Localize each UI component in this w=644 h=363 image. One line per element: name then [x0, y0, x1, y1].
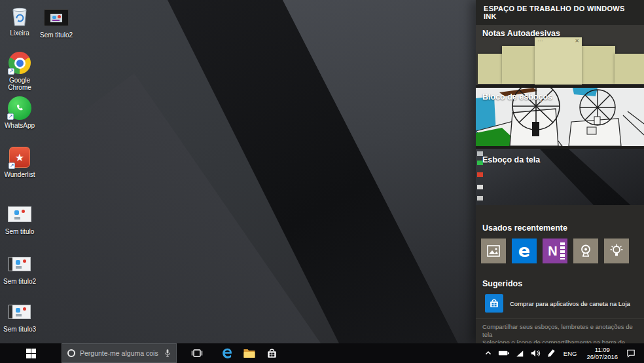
panel-title: ESPAÇO DE TRABALHO DO WINDOWS INK	[484, 5, 636, 20]
mini-desktop-icon	[477, 185, 483, 189]
media-file-icon	[44, 5, 69, 30]
date: 26/07/2016	[586, 353, 618, 360]
camera-app-tile[interactable]	[573, 239, 598, 263]
windows-ink-workspace-button[interactable]	[545, 343, 558, 363]
photos-icon	[486, 243, 501, 259]
shortcut-arrow-icon: ↗	[9, 162, 15, 169]
desktop-icon-recycle-bin[interactable]: Lixeira	[0, 3, 39, 37]
onenote-icon: N	[548, 244, 557, 259]
cortana-icon	[67, 349, 75, 357]
desktop-icon-label: Google Chrome	[0, 77, 39, 91]
windows-logo-icon	[26, 349, 36, 358]
microphone-icon[interactable]	[163, 348, 172, 358]
desktop-icon-google-chrome[interactable]: ↗ Google Chrome	[0, 50, 39, 91]
desktop-icon-label: Sem titulo3	[3, 326, 36, 333]
desktop-icon-label: WhatsApp	[5, 122, 35, 129]
recent-label: Usados recentemente	[482, 223, 567, 233]
edge-app-tile[interactable]: e	[512, 239, 537, 263]
screen-sketch-label: Esboço da tela	[482, 155, 540, 164]
edge-taskbar-button[interactable]	[216, 343, 238, 363]
network-status-button[interactable]	[513, 343, 526, 363]
onenote-app-tile[interactable]: N	[543, 239, 567, 263]
volume-button[interactable]	[529, 343, 542, 363]
battery-status-button[interactable]	[497, 343, 510, 363]
image-file-icon	[8, 202, 31, 227]
action-center-button[interactable]	[624, 343, 637, 363]
whatsapp-icon: ↗	[8, 96, 31, 121]
note-close-icon: ✕	[575, 38, 579, 44]
folder-icon	[243, 347, 256, 359]
wifi-signal-icon	[515, 349, 524, 358]
sticky-notes-label: Notas Autoadesivas	[482, 29, 560, 38]
sketchpad-label: Bloco de esboços	[482, 92, 552, 102]
file-explorer-button[interactable]	[238, 343, 260, 363]
desktop-icon-image-file-1[interactable]: Sem titulo	[0, 202, 39, 235]
edge-icon	[221, 347, 234, 360]
pen-icon	[546, 349, 556, 358]
task-view-icon	[190, 347, 204, 360]
suggestion-text: Comprar para aplicativos de caneta na Lo…	[510, 300, 630, 307]
system-tray: ENG 11:09 26/07/2016	[482, 343, 644, 363]
note-menu-icon: …	[537, 36, 544, 43]
desktop-icon-image-file-3[interactable]: Sem titulo3	[0, 299, 39, 333]
sticky-note	[502, 46, 535, 84]
desktop-icon-label: Sem titulo	[5, 228, 34, 235]
battery-icon	[498, 349, 510, 357]
desktop-icon-wunderlist[interactable]: ★ ↗ Wunderlist	[0, 145, 39, 178]
cortana-search-box[interactable]	[62, 343, 177, 363]
search-input[interactable]	[80, 349, 158, 357]
recent-apps-row: e N	[481, 239, 629, 263]
clock[interactable]: 11:09 26/07/2016	[582, 346, 622, 360]
sticky-note	[478, 54, 503, 84]
sticky-note	[615, 54, 644, 84]
camera-icon	[578, 243, 594, 259]
language-indicator[interactable]: ENG	[560, 350, 581, 357]
mini-desktop-icon	[477, 172, 483, 177]
chevron-up-icon	[484, 349, 492, 357]
desktop-icon-image-file-2[interactable]: Sem titulo2	[0, 252, 39, 285]
sticky-note	[581, 46, 615, 84]
sticky-note-active: … ✕	[535, 37, 582, 85]
taskbar: ENG 11:09 26/07/2016	[0, 343, 644, 363]
store-bag-icon	[488, 297, 500, 309]
start-button[interactable]	[0, 343, 62, 363]
desktop-icon-label: Wunderlist	[4, 171, 35, 178]
action-center-icon	[626, 348, 636, 358]
chrome-icon: ↗	[9, 50, 31, 75]
photos-app-tile[interactable]	[481, 239, 506, 263]
lightbulb-icon	[609, 243, 624, 259]
desktop-icon-label: Sem titulo2	[40, 31, 73, 39]
panel-header: ESPAÇO DE TRABALHO DO WINDOWS INK	[476, 0, 644, 25]
sketchpad-section[interactable]: Bloco de esboços	[476, 88, 644, 146]
desktop-icon-label: Sem titulo2	[3, 278, 36, 285]
wunderlist-icon: ★ ↗	[9, 145, 30, 170]
speaker-icon	[530, 349, 541, 358]
image-file-icon	[9, 252, 31, 277]
store-bag-icon	[266, 347, 278, 360]
shortcut-arrow-icon: ↗	[7, 113, 14, 120]
footer-line-1: Compartilhar seus esboços, lembretes e a…	[482, 323, 637, 339]
edge-icon: e	[518, 239, 530, 263]
recycle-bin-icon	[9, 3, 31, 28]
tips-app-tile[interactable]	[604, 239, 629, 263]
image-file-icon	[9, 299, 31, 324]
time: 11:09	[586, 346, 618, 353]
desktop-icon-media-file[interactable]: Sem titulo2	[37, 5, 76, 39]
mini-desktop-icon	[477, 196, 483, 201]
onenote-strip	[560, 242, 565, 259]
task-view-button[interactable]	[186, 343, 208, 363]
show-hidden-icons-button[interactable]	[482, 343, 495, 363]
sticky-notes-section[interactable]: Notas Autoadesivas … ✕	[476, 25, 644, 85]
windows-ink-workspace-panel: ESPAÇO DE TRABALHO DO WINDOWS INK Notas …	[476, 0, 644, 343]
store-suggestion-item[interactable]: Comprar para aplicativos de caneta na Lo…	[485, 294, 637, 313]
desktop-icon-label: Lixeira	[10, 29, 29, 37]
desktop-icon-whatsapp[interactable]: ↗ WhatsApp	[0, 96, 39, 129]
suggested-label: Sugeridos	[482, 279, 522, 288]
store-taskbar-button[interactable]	[260, 343, 283, 363]
shortcut-arrow-icon: ↗	[8, 68, 14, 75]
store-tile	[485, 294, 503, 313]
screen-sketch-section[interactable]: Esboço da tela	[476, 149, 644, 205]
windows-desktop-screen: Lixeira Sem titulo2 ↗ Google Chrome	[0, 0, 644, 363]
